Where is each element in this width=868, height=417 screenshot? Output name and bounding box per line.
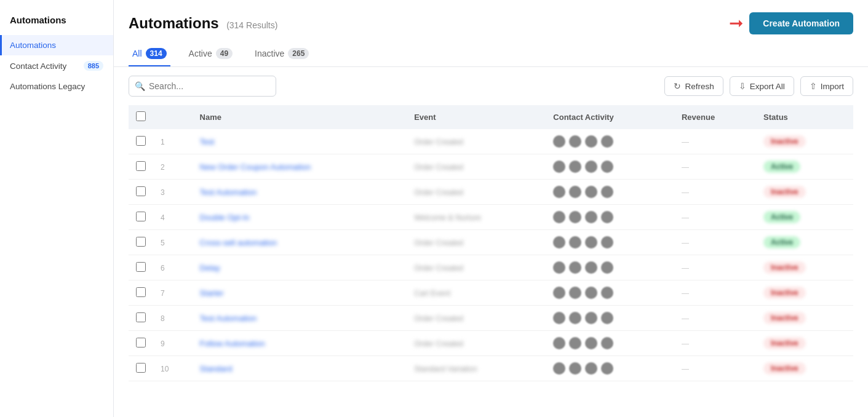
automation-name[interactable]: Double Opt-In: [200, 213, 250, 222]
activity-dot: [553, 287, 565, 299]
row-name-cell[interactable]: Test: [193, 129, 407, 154]
status-badge: Active: [763, 161, 800, 173]
row-name-cell[interactable]: New Order Coupon Automation: [193, 154, 407, 180]
row-checkbox[interactable]: [136, 161, 146, 171]
table-wrap: Name Event Contact Activity Revenue Stat…: [114, 105, 868, 417]
table-row: 2 New Order Coupon Automation Order Crea…: [129, 154, 853, 180]
row-number: 6: [161, 264, 165, 272]
automation-event: Welcome & Nurture: [414, 213, 481, 222]
status-badge: Active: [763, 236, 800, 248]
row-checkbox-cell[interactable]: [129, 129, 153, 154]
row-checkbox[interactable]: [136, 338, 146, 348]
row-activity-cell: [546, 129, 674, 154]
tab-all[interactable]: All 314: [129, 42, 170, 66]
automation-name[interactable]: Test: [200, 137, 215, 146]
row-name-cell[interactable]: Starter: [193, 280, 407, 306]
row-name-cell[interactable]: Standard: [193, 356, 407, 381]
row-event-cell: Order Created: [407, 154, 546, 180]
status-badge: Inactive: [763, 186, 806, 198]
contact-activity-badge: 885: [84, 61, 103, 71]
row-name-cell[interactable]: Test Automation: [193, 306, 407, 331]
row-checkbox[interactable]: [136, 136, 146, 146]
activity-dots: [553, 362, 667, 375]
row-checkbox[interactable]: [136, 237, 146, 247]
row-revenue-cell: —: [674, 356, 756, 381]
sidebar-item-contact-activity[interactable]: Contact Activity 885: [0, 55, 113, 76]
page-title: Automations: [129, 15, 219, 31]
import-label: Import: [821, 82, 844, 91]
tab-active-badge: 49: [216, 48, 233, 59]
sidebar-item-automations[interactable]: Automations: [0, 35, 113, 55]
row-status-cell: Active: [756, 230, 853, 255]
row-name-cell[interactable]: Test Automation: [193, 180, 407, 205]
row-activity-cell: [546, 356, 674, 381]
export-button[interactable]: ⇩ Export All: [730, 76, 794, 96]
row-checkbox-cell[interactable]: [129, 306, 153, 331]
automation-name[interactable]: Starter: [200, 288, 224, 298]
automation-event: Order Created: [414, 314, 463, 323]
toolbar-actions: ↻ Refresh ⇩ Export All ⇧ Import: [664, 76, 853, 96]
activity-dot: [569, 287, 581, 299]
activity-dots: [553, 312, 667, 324]
sidebar: Automations Automations Contact Activity…: [0, 0, 114, 417]
row-checkbox[interactable]: [136, 186, 146, 196]
import-button[interactable]: ⇧ Import: [800, 76, 853, 96]
row-revenue-cell: —: [674, 205, 756, 230]
row-name-cell[interactable]: Follow Automation: [193, 331, 407, 356]
row-checkbox[interactable]: [136, 287, 146, 297]
automation-event: Order Created: [414, 188, 463, 197]
row-checkbox[interactable]: [136, 212, 146, 221]
row-checkbox-cell[interactable]: [129, 255, 153, 280]
table-row: 4 Double Opt-In Welcome & Nurture — Acti…: [129, 205, 853, 230]
automation-name[interactable]: Delay: [200, 263, 220, 272]
search-input[interactable]: [129, 76, 276, 97]
automation-name[interactable]: Follow Automation: [200, 339, 265, 348]
revenue-value: —: [682, 138, 689, 146]
row-checkbox-cell[interactable]: [129, 180, 153, 205]
tab-all-label: All: [132, 49, 142, 58]
table-row: 8 Test Automation Order Created — Inacti…: [129, 306, 853, 331]
activity-dot: [585, 161, 597, 173]
row-checkbox[interactable]: [136, 262, 146, 272]
refresh-button[interactable]: ↻ Refresh: [664, 76, 723, 96]
row-checkbox-cell[interactable]: [129, 331, 153, 356]
row-checkbox-cell[interactable]: [129, 205, 153, 230]
tabs-row: All 314 Active 49 Inactive 265: [114, 42, 868, 67]
status-badge: Inactive: [763, 362, 806, 375]
activity-dot: [569, 211, 581, 223]
activity-dot: [601, 186, 613, 198]
row-checkbox-cell[interactable]: [129, 356, 153, 381]
row-checkbox[interactable]: [136, 312, 146, 322]
tab-active[interactable]: Active 49: [185, 42, 236, 66]
activity-dot: [601, 312, 613, 324]
row-checkbox[interactable]: [136, 363, 146, 373]
page-title-area: Automations (314 Results): [129, 15, 277, 32]
revenue-value: —: [682, 365, 689, 373]
row-checkbox-cell[interactable]: [129, 280, 153, 306]
select-all-checkbox[interactable]: [136, 111, 146, 121]
row-checkbox-cell[interactable]: [129, 230, 153, 255]
automation-name[interactable]: Cross-sell automation: [200, 238, 277, 247]
activity-dot: [601, 287, 613, 299]
create-automation-button[interactable]: Create Automation: [749, 12, 853, 34]
automation-name[interactable]: New Order Coupon Automation: [200, 162, 311, 172]
status-badge: Inactive: [763, 287, 806, 299]
activity-dots: [553, 161, 667, 173]
automation-name[interactable]: Test Automation: [200, 188, 257, 197]
row-name-cell[interactable]: Cross-sell automation: [193, 230, 407, 255]
row-event-cell: Order Created: [407, 129, 546, 154]
activity-dot: [553, 161, 565, 173]
row-num-cell: 7: [153, 280, 193, 306]
row-name-cell[interactable]: Delay: [193, 255, 407, 280]
tab-inactive[interactable]: Inactive 265: [251, 42, 313, 66]
automation-name[interactable]: Test Automation: [200, 314, 257, 323]
row-checkbox-cell[interactable]: [129, 154, 153, 180]
col-status: Status: [756, 105, 853, 129]
revenue-value: —: [682, 163, 689, 172]
sidebar-item-automations-legacy[interactable]: Automations Legacy: [0, 76, 113, 97]
activity-dots: [553, 236, 667, 248]
automation-name[interactable]: Standard: [200, 364, 233, 373]
row-name-cell[interactable]: Double Opt-In: [193, 205, 407, 230]
activity-dot: [569, 312, 581, 324]
activity-dot: [585, 261, 597, 274]
